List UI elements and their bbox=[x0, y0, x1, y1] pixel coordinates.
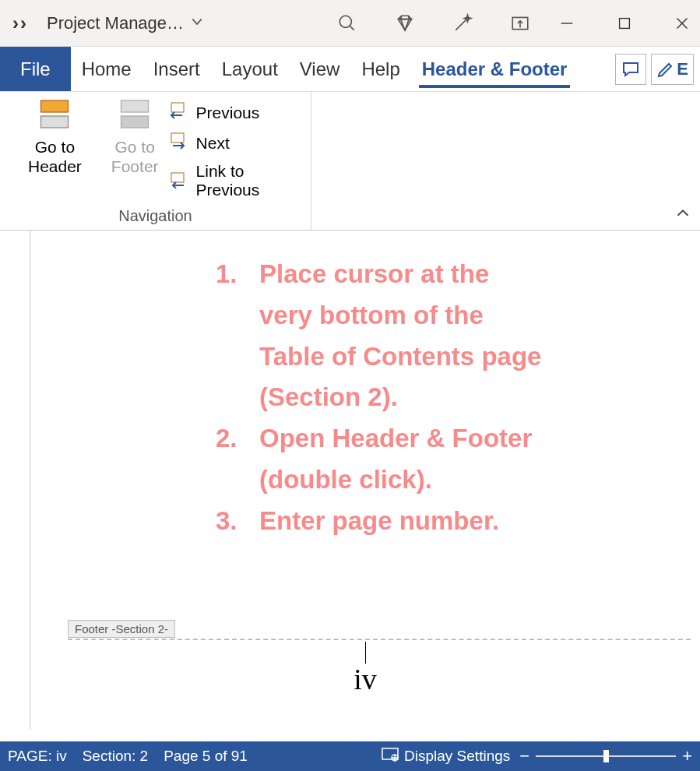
tab-help[interactable]: Help bbox=[350, 47, 410, 91]
ribbon-group-navigation: Go to Header Go to Footer Previous bbox=[0, 92, 311, 230]
zoom-out-button[interactable]: − bbox=[519, 746, 529, 766]
tab-header-footer[interactable]: Header & Footer bbox=[411, 47, 579, 91]
go-to-header-label: Go to Header bbox=[9, 137, 100, 176]
display-settings-button[interactable]: Display Settings bbox=[381, 747, 510, 766]
zoom-in-button[interactable]: + bbox=[682, 746, 692, 766]
go-to-footer-button: Go to Footer bbox=[108, 97, 162, 204]
footer-page-number[interactable]: iv bbox=[30, 662, 700, 696]
text-cursor bbox=[365, 642, 366, 664]
tab-insert[interactable]: Insert bbox=[142, 47, 211, 91]
display-settings-icon bbox=[381, 747, 399, 766]
footer-separator bbox=[68, 639, 691, 640]
document-title: Project Manage… bbox=[47, 13, 184, 33]
svg-rect-2 bbox=[620, 18, 630, 28]
document-area[interactable]: 1.Place cursor at the very bottom of the… bbox=[0, 231, 700, 729]
status-page[interactable]: PAGE: iv bbox=[8, 748, 67, 765]
status-section[interactable]: Section: 2 bbox=[83, 748, 149, 765]
svg-rect-9 bbox=[171, 173, 184, 182]
zoom-track[interactable] bbox=[536, 755, 676, 757]
editing-button[interactable]: E bbox=[651, 54, 694, 85]
wand-icon[interactable] bbox=[451, 12, 474, 35]
statusbar: PAGE: iv Section: 2 Page 5 of 91 Display… bbox=[0, 741, 700, 771]
zoom-slider[interactable]: − + bbox=[519, 746, 692, 766]
search-icon[interactable] bbox=[336, 12, 359, 35]
overflow-menu-button[interactable]: ›› bbox=[12, 12, 28, 34]
close-button[interactable] bbox=[670, 12, 694, 35]
previous-button[interactable]: Previous bbox=[167, 100, 304, 125]
display-settings-label: Display Settings bbox=[404, 748, 510, 765]
tab-layout[interactable]: Layout bbox=[211, 47, 289, 91]
instruction-item: 3.Enter page number. bbox=[216, 501, 653, 542]
window-up-icon[interactable] bbox=[508, 12, 532, 35]
comments-button[interactable] bbox=[615, 54, 646, 85]
next-icon bbox=[170, 132, 190, 154]
svg-rect-8 bbox=[171, 133, 184, 143]
ribbon-body: Go to Header Go to Footer Previous bbox=[0, 92, 700, 231]
header-icon bbox=[35, 98, 74, 134]
instruction-item: 2.Open Header & Footer (double click). bbox=[216, 418, 653, 501]
ribbon-group-label: Navigation bbox=[118, 204, 192, 228]
document-title-dropdown[interactable]: Project Manage… bbox=[47, 13, 204, 33]
svg-rect-6 bbox=[121, 116, 149, 128]
svg-point-0 bbox=[339, 16, 351, 27]
instruction-item: 1.Place cursor at the very bottom of the… bbox=[216, 254, 653, 418]
link-to-previous-button[interactable]: Link to Previous bbox=[167, 160, 304, 201]
tab-home[interactable]: Home bbox=[71, 47, 142, 91]
go-to-footer-label: Go to Footer bbox=[111, 137, 159, 176]
next-label: Next bbox=[196, 134, 230, 153]
go-to-header-button[interactable]: Go to Header bbox=[6, 97, 104, 204]
maximize-button[interactable] bbox=[613, 12, 636, 35]
svg-rect-7 bbox=[171, 103, 184, 112]
ribbon-tabs: File Home Insert Layout View Help Header… bbox=[0, 47, 700, 92]
minimize-button[interactable] bbox=[555, 12, 579, 35]
collapse-ribbon-button[interactable] bbox=[674, 205, 692, 225]
svg-rect-5 bbox=[121, 100, 149, 112]
zoom-handle[interactable] bbox=[603, 750, 609, 762]
titlebar: ›› Project Manage… bbox=[0, 0, 700, 47]
tab-view[interactable]: View bbox=[289, 47, 351, 91]
previous-label: Previous bbox=[196, 104, 260, 122]
next-button[interactable]: Next bbox=[167, 130, 304, 156]
previous-icon bbox=[170, 101, 190, 124]
status-page-of[interactable]: Page 5 of 91 bbox=[164, 748, 248, 765]
link-to-previous-label: Link to Previous bbox=[196, 162, 301, 199]
footer-section-tag: Footer -Section 2- bbox=[68, 620, 175, 638]
footer-icon bbox=[115, 98, 154, 134]
link-to-previous-icon bbox=[170, 170, 190, 192]
left-margin bbox=[0, 231, 30, 729]
svg-rect-4 bbox=[41, 116, 69, 128]
diamond-icon[interactable] bbox=[393, 12, 417, 35]
instruction-overlay: 1.Place cursor at the very bottom of the… bbox=[216, 254, 653, 542]
page-canvas[interactable]: 1.Place cursor at the very bottom of the… bbox=[30, 231, 700, 729]
tab-file[interactable]: File bbox=[0, 47, 71, 91]
chevron-down-icon bbox=[190, 15, 204, 32]
svg-rect-3 bbox=[41, 100, 69, 112]
